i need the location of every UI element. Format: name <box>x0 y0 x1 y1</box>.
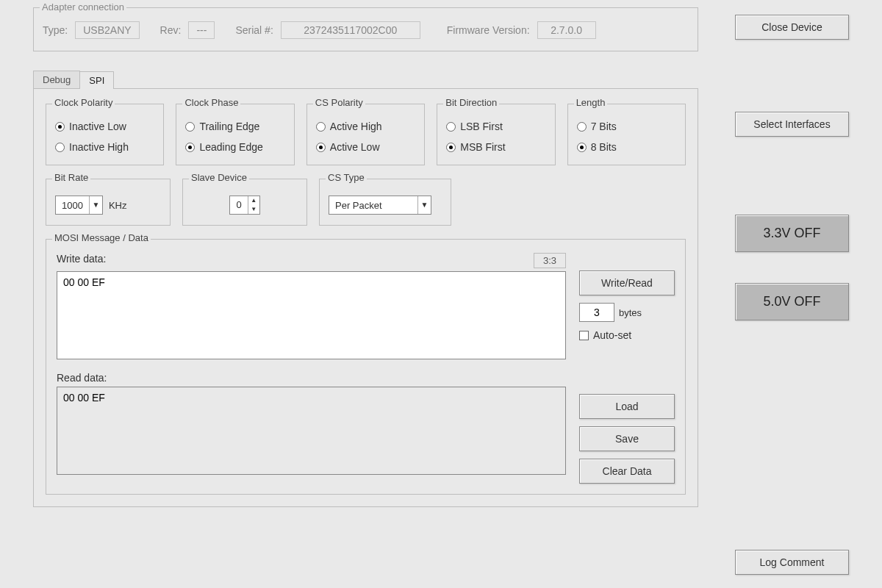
adapter-fw-value: 2.7.0.0 <box>537 21 596 39</box>
clock-phase-leading[interactable]: Leading Edge <box>185 137 284 157</box>
slave-device-value: 0 <box>230 196 247 214</box>
radio-dot-icon <box>185 122 195 132</box>
radio-dot-icon <box>446 122 456 132</box>
length-7bits[interactable]: 7 Bits <box>577 116 676 137</box>
tab-spi[interactable]: SPI <box>79 71 114 89</box>
cs-polarity-active-low[interactable]: Active Low <box>316 137 415 157</box>
length-group: Length 7 Bits 8 Bits <box>567 104 686 165</box>
mosi-group: MOSI Message / Data Write data: 3:3 Read… <box>46 239 686 495</box>
checkbox-icon <box>579 331 589 340</box>
length-title: Length <box>574 97 608 108</box>
radio-dot-icon <box>316 122 326 132</box>
clock-phase-trailing[interactable]: Trailing Edge <box>185 116 284 137</box>
clock-polarity-title: Clock Polarity <box>52 97 115 108</box>
spinner-up-icon[interactable]: ▲ <box>248 196 259 205</box>
cs-polarity-group: CS Polarity Active High Active Low <box>306 104 425 165</box>
volt-3v3-button[interactable]: 3.3V OFF <box>735 215 849 252</box>
adapter-fw-label: Firmware Version: <box>447 24 530 36</box>
radio-dot-icon <box>185 143 195 152</box>
clock-polarity-group: Clock Polarity Inactive Low Inactive Hig… <box>46 104 164 165</box>
write-data-label: Write data: <box>57 253 106 265</box>
bit-direction-lsb[interactable]: LSB First <box>446 116 545 137</box>
select-interfaces-button[interactable]: Select Interfaces <box>735 112 849 137</box>
write-read-button[interactable]: Write/Read <box>579 270 675 295</box>
cs-type-value: Per Packet <box>329 198 417 212</box>
chevron-down-icon[interactable]: ▼ <box>89 196 102 214</box>
bit-rate-value: 1000 <box>56 198 89 212</box>
clock-phase-title: Clock Phase <box>182 97 240 108</box>
clear-data-button[interactable]: Clear Data <box>579 459 675 484</box>
bit-rate-combo[interactable]: 1000 ▼ <box>55 196 103 215</box>
clock-phase-group: Clock Phase Trailing Edge Leading Edge <box>176 104 294 165</box>
radio-dot-icon <box>577 122 587 132</box>
spi-tab-panel: Clock Polarity Inactive Low Inactive Hig… <box>33 88 698 507</box>
bit-direction-group: Bit Direction LSB First MSB First <box>437 104 555 165</box>
adapter-connection-group: Adapter connection Type: USB2ANY Rev: --… <box>33 7 698 51</box>
chevron-down-icon[interactable]: ▼ <box>417 196 431 214</box>
bytes-input[interactable] <box>579 303 614 322</box>
bit-rate-group: Bit Rate 1000 ▼ KHz <box>46 179 171 226</box>
close-device-button[interactable]: Close Device <box>735 15 849 40</box>
adapter-rev-value: --- <box>188 21 215 39</box>
bit-rate-unit: KHz <box>109 200 127 211</box>
read-data-label: Read data: <box>57 372 566 384</box>
adapter-group-label: Adapter connection <box>40 1 126 12</box>
tab-debug[interactable]: Debug <box>33 71 80 88</box>
radio-dot-icon <box>446 143 456 152</box>
mosi-title: MOSI Message / Data <box>52 232 151 243</box>
adapter-type-value: USB2ANY <box>75 21 139 39</box>
bytes-label: bytes <box>619 307 642 318</box>
volt-5v0-button[interactable]: 5.0V OFF <box>735 283 849 320</box>
adapter-serial-label: Serial #: <box>235 24 273 36</box>
cs-type-group: CS Type Per Packet ▼ <box>319 179 451 226</box>
radio-dot-icon <box>55 143 65 152</box>
write-data-counter: 3:3 <box>534 253 566 268</box>
adapter-type-label: Type: <box>43 24 68 36</box>
bit-direction-msb[interactable]: MSB First <box>446 137 545 157</box>
clock-polarity-inactive-high[interactable]: Inactive High <box>55 137 154 157</box>
adapter-rev-label: Rev: <box>160 24 182 36</box>
cs-polarity-title: CS Polarity <box>313 97 365 108</box>
radio-dot-icon <box>55 122 65 132</box>
radio-dot-icon <box>577 143 587 152</box>
adapter-serial-value: 2372435117002C00 <box>281 21 420 39</box>
log-comment-button[interactable]: Log Comment <box>735 550 849 575</box>
slave-device-spinner[interactable]: 0 ▲▼ <box>229 196 259 215</box>
cs-type-title: CS Type <box>326 172 367 183</box>
length-8bits[interactable]: 8 Bits <box>577 137 676 157</box>
radio-dot-icon <box>316 143 326 152</box>
spinner-down-icon[interactable]: ▼ <box>248 205 259 214</box>
cs-type-combo[interactable]: Per Packet ▼ <box>329 196 431 215</box>
slave-device-group: Slave Device 0 ▲▼ <box>182 179 307 226</box>
save-button[interactable]: Save <box>579 426 675 451</box>
bit-rate-title: Bit Rate <box>52 172 90 183</box>
clock-polarity-inactive-low[interactable]: Inactive Low <box>55 116 154 137</box>
slave-device-title: Slave Device <box>189 172 249 183</box>
tab-strip: Debug SPI <box>33 71 849 88</box>
load-button[interactable]: Load <box>579 394 675 419</box>
write-data-input[interactable] <box>57 271 566 359</box>
bit-direction-title: Bit Direction <box>443 97 499 108</box>
read-data-output <box>57 387 566 475</box>
auto-set-checkbox[interactable]: Auto-set <box>579 329 675 341</box>
cs-polarity-active-high[interactable]: Active High <box>316 116 415 137</box>
